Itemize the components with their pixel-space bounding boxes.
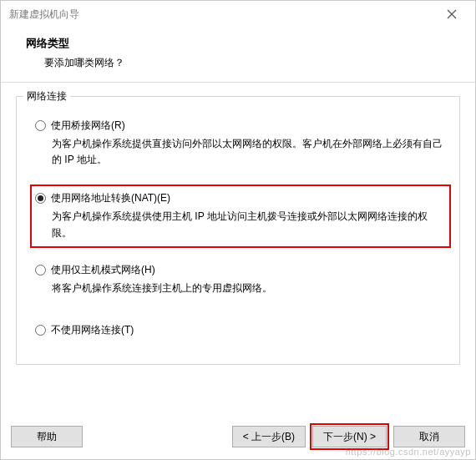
radio-hostonly-label: 使用仅主机模式网络(H)	[51, 263, 155, 277]
network-connection-group: 网络连接 使用桥接网络(R) 为客户机操作系统提供直接访问外部以太网网络的权限。…	[16, 96, 460, 365]
option-nat[interactable]: 使用网络地址转换(NAT)(E) 为客户机操作系统提供使用主机 IP 地址访问主…	[32, 186, 449, 245]
close-icon[interactable]	[435, 3, 468, 26]
page-title: 网络类型	[26, 36, 475, 51]
wizard-window: 新建虚拟机向导 网络类型 要添加哪类网络？ 网络连接 使用桥接网络(R) 为客户…	[0, 0, 476, 460]
radio-bridged[interactable]	[35, 120, 46, 131]
radio-nat-label: 使用网络地址转换(NAT)(E)	[51, 191, 170, 205]
option-hostonly-desc: 将客户机操作系统连接到主机上的专用虚拟网络。	[52, 281, 446, 296]
radio-bridged-label: 使用桥接网络(R)	[51, 119, 125, 133]
back-button[interactable]: < 上一步(B)	[232, 426, 306, 447]
help-button[interactable]: 帮助	[11, 426, 83, 447]
option-bridged-desc: 为客户机操作系统提供直接访问外部以太网网络的权限。客户机在外部网络上必须有自己的…	[52, 136, 446, 168]
button-row: 帮助 < 上一步(B) 下一步(N) > 取消	[1, 417, 475, 459]
wizard-header: 网络类型 要添加哪类网络？	[1, 28, 475, 83]
radio-none-label: 不使用网络连接(T)	[51, 323, 134, 337]
next-button[interactable]: 下一步(N) >	[312, 426, 387, 447]
radio-hostonly[interactable]	[35, 265, 46, 275]
option-hostonly[interactable]: 使用仅主机模式网络(H) 将客户机操作系统连接到主机上的专用虚拟网络。	[32, 261, 449, 300]
group-legend: 网络连接	[23, 89, 70, 104]
radio-none[interactable]	[35, 325, 46, 336]
option-bridged[interactable]: 使用桥接网络(R) 为客户机操作系统提供直接访问外部以太网网络的权限。客户机在外…	[32, 117, 449, 171]
content-area: 网络连接 使用桥接网络(R) 为客户机操作系统提供直接访问外部以太网网络的权限。…	[1, 83, 475, 417]
page-subtitle: 要添加哪类网络？	[44, 56, 475, 70]
radio-nat[interactable]	[35, 193, 46, 204]
option-nat-desc: 为客户机操作系统提供使用主机 IP 地址访问主机拨号连接或外部以太网网络连接的权…	[52, 209, 446, 240]
titlebar: 新建虚拟机向导	[1, 1, 475, 28]
cancel-button[interactable]: 取消	[393, 426, 465, 447]
option-none[interactable]: 不使用网络连接(T)	[32, 321, 449, 341]
window-title: 新建虚拟机向导	[9, 8, 79, 22]
